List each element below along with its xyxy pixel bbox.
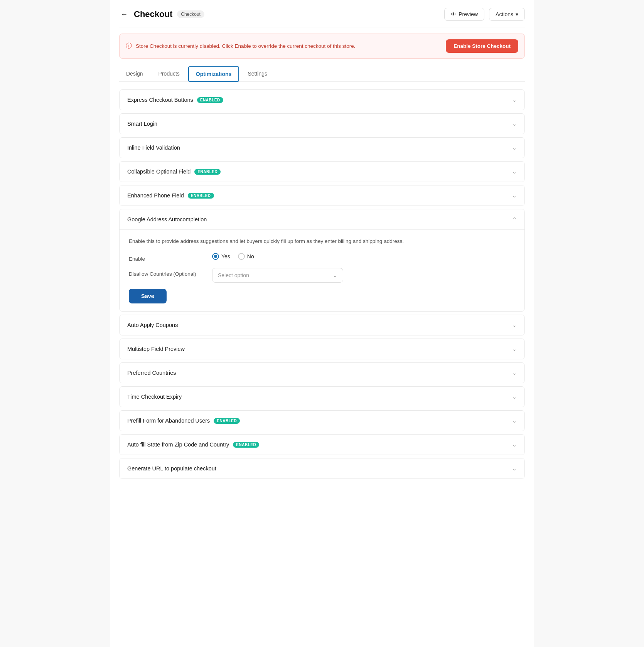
- chevron-down-icon: ⌄: [512, 346, 517, 352]
- chevron-up-icon: ⌄: [512, 216, 517, 222]
- disallow-countries-row: Disallow Countries (Optional) Select opt…: [129, 268, 515, 283]
- chevron-down-icon: ⌄: [512, 418, 517, 424]
- section-generate-url-header[interactable]: Generate URL to populate checkout ⌄: [120, 458, 524, 479]
- select-placeholder: Select option: [218, 272, 249, 278]
- enabled-badge: ENABLED: [194, 169, 221, 175]
- section-time-checkout-header[interactable]: Time Checkout Expiry ⌄: [120, 387, 524, 407]
- chevron-down-icon: ▾: [516, 11, 518, 17]
- section-multistep-field-header[interactable]: Multistep Field Preview ⌄: [120, 339, 524, 359]
- tab-optimizations[interactable]: Optimizations: [188, 66, 239, 82]
- section-prefill-form: Prefill Form for Abandoned Users ENABLED…: [119, 410, 525, 431]
- section-google-address-body: Enable this to provide address suggestio…: [120, 229, 524, 311]
- google-address-description: Enable this to provide address suggestio…: [129, 238, 515, 245]
- back-button[interactable]: ←: [119, 9, 129, 20]
- alert-icon: ⓘ: [126, 42, 132, 50]
- breadcrumb: Checkout: [177, 10, 204, 18]
- alert-left: ⓘ Store Checkout is currently disabled. …: [126, 42, 356, 50]
- section-multistep-field: Multistep Field Preview ⌄: [119, 339, 525, 359]
- tab-products[interactable]: Products: [152, 66, 187, 82]
- enabled-badge: ENABLED: [214, 418, 240, 424]
- tab-settings[interactable]: Settings: [241, 66, 274, 82]
- enabled-badge: ENABLED: [188, 193, 214, 199]
- section-generate-url-title: Generate URL to populate checkout: [127, 465, 216, 472]
- section-google-address-title: Google Address Autocompletion: [127, 216, 207, 222]
- accordion-list: Express Checkout Buttons ENABLED ⌄ Smart…: [119, 89, 525, 479]
- enable-label: Enable: [129, 253, 206, 262]
- disallow-countries-label: Disallow Countries (Optional): [129, 268, 206, 277]
- section-auto-fill-state-header[interactable]: Auto fill State from Zip Code and Countr…: [120, 435, 524, 455]
- radio-no[interactable]: No: [238, 253, 254, 260]
- chevron-down-icon: ⌄: [512, 322, 517, 328]
- save-button[interactable]: Save: [129, 289, 167, 303]
- section-preferred-countries-title: Preferred Countries: [127, 370, 176, 376]
- chevron-down-icon: ⌄: [512, 465, 517, 472]
- section-prefill-form-title: Prefill Form for Abandoned Users ENABLED: [127, 418, 240, 424]
- chevron-down-icon: ⌄: [512, 370, 517, 376]
- chevron-down-icon: ⌄: [512, 145, 517, 151]
- enable-store-checkout-button[interactable]: Enable Store Checkout: [446, 39, 518, 53]
- page-header: ← Checkout Checkout 👁 Preview Actions ▾: [119, 8, 525, 27]
- section-auto-apply-coupons-header[interactable]: Auto Apply Coupons ⌄: [120, 315, 524, 335]
- tabs-container: Design Products Optimizations Settings: [119, 66, 525, 82]
- preview-button[interactable]: 👁 Preview: [444, 8, 484, 21]
- section-smart-login-header[interactable]: Smart Login ⌄: [120, 114, 524, 134]
- enable-field-row: Enable Yes No: [129, 253, 515, 262]
- section-collapsible-optional-header[interactable]: Collapsible Optional Field ENABLED ⌄: [120, 162, 524, 182]
- section-prefill-form-header[interactable]: Prefill Form for Abandoned Users ENABLED…: [120, 411, 524, 431]
- alert-banner: ⓘ Store Checkout is currently disabled. …: [119, 34, 525, 59]
- section-google-address: Google Address Autocompletion ⌄ Enable t…: [119, 209, 525, 312]
- section-express-checkout-header[interactable]: Express Checkout Buttons ENABLED ⌄: [120, 90, 524, 110]
- radio-yes-circle: [212, 253, 219, 260]
- actions-button[interactable]: Actions ▾: [489, 8, 525, 21]
- chevron-down-icon: ⌄: [512, 168, 517, 175]
- section-enhanced-phone-title: Enhanced Phone Field ENABLED: [127, 192, 214, 199]
- radio-no-circle: [238, 253, 245, 260]
- section-preferred-countries-header[interactable]: Preferred Countries ⌄: [120, 363, 524, 383]
- chevron-down-icon: ⌄: [512, 192, 517, 199]
- section-inline-field: Inline Field Validation ⌄: [119, 137, 525, 158]
- disallow-countries-control: Select option ⌄: [212, 268, 515, 283]
- section-express-checkout-title: Express Checkout Buttons ENABLED: [127, 97, 223, 103]
- section-smart-login: Smart Login ⌄: [119, 113, 525, 134]
- section-collapsible-optional: Collapsible Optional Field ENABLED ⌄: [119, 161, 525, 182]
- radio-yes-label: Yes: [221, 253, 230, 259]
- alert-message: Store Checkout is currently disabled. Cl…: [136, 43, 356, 49]
- enable-radio-group: Yes No: [212, 253, 254, 260]
- section-google-address-header[interactable]: Google Address Autocompletion ⌄: [120, 209, 524, 229]
- section-enhanced-phone: Enhanced Phone Field ENABLED ⌄: [119, 185, 525, 206]
- section-auto-apply-coupons: Auto Apply Coupons ⌄: [119, 315, 525, 335]
- section-generate-url: Generate URL to populate checkout ⌄: [119, 458, 525, 479]
- actions-label: Actions: [496, 11, 513, 17]
- save-button-row: Save: [129, 289, 515, 303]
- section-time-checkout: Time Checkout Expiry ⌄: [119, 386, 525, 407]
- section-enhanced-phone-header[interactable]: Enhanced Phone Field ENABLED ⌄: [120, 185, 524, 206]
- eye-icon: 👁: [451, 11, 456, 17]
- section-smart-login-title: Smart Login: [127, 121, 157, 127]
- section-express-checkout: Express Checkout Buttons ENABLED ⌄: [119, 89, 525, 110]
- disallow-countries-select[interactable]: Select option ⌄: [212, 268, 343, 283]
- section-preferred-countries: Preferred Countries ⌄: [119, 362, 525, 383]
- enabled-badge: ENABLED: [197, 97, 223, 103]
- section-auto-fill-state-title: Auto fill State from Zip Code and Countr…: [127, 441, 259, 448]
- chevron-down-icon: ⌄: [512, 121, 517, 127]
- chevron-down-icon: ⌄: [512, 394, 517, 400]
- section-time-checkout-title: Time Checkout Expiry: [127, 394, 182, 400]
- chevron-down-icon: ⌄: [512, 97, 517, 103]
- enabled-badge: ENABLED: [233, 442, 259, 448]
- section-inline-field-header[interactable]: Inline Field Validation ⌄: [120, 138, 524, 158]
- enable-control: Yes No: [212, 253, 515, 260]
- select-chevron-icon: ⌄: [333, 272, 337, 278]
- page-title: Checkout: [134, 9, 172, 19]
- section-multistep-field-title: Multistep Field Preview: [127, 346, 185, 352]
- tab-design[interactable]: Design: [119, 66, 150, 82]
- chevron-down-icon: ⌄: [512, 441, 517, 448]
- preview-label: Preview: [459, 11, 478, 17]
- header-left: ← Checkout Checkout: [119, 9, 204, 20]
- section-auto-apply-coupons-title: Auto Apply Coupons: [127, 322, 178, 328]
- section-auto-fill-state: Auto fill State from Zip Code and Countr…: [119, 434, 525, 455]
- section-inline-field-title: Inline Field Validation: [127, 145, 180, 151]
- radio-no-label: No: [247, 253, 254, 259]
- section-collapsible-optional-title: Collapsible Optional Field ENABLED: [127, 168, 221, 175]
- radio-yes[interactable]: Yes: [212, 253, 230, 260]
- header-right: 👁 Preview Actions ▾: [444, 8, 525, 21]
